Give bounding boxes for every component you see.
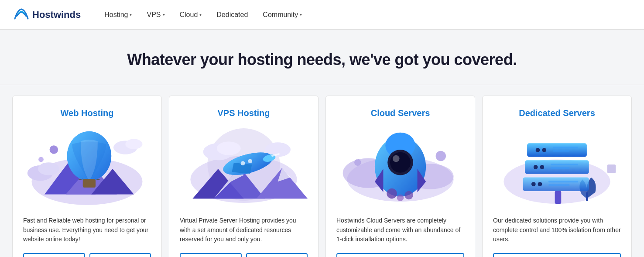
svg-point-13 <box>50 145 58 154</box>
logo[interactable]: Hostwinds <box>13 7 81 23</box>
linux-vps-button[interactable]: Linux VPS <box>246 253 308 257</box>
cards-section: Web Hosting <box>0 85 644 257</box>
chevron-down-icon: ▾ <box>199 12 202 17</box>
card-title-dedicated-servers: Dedicated Servers <box>493 108 621 118</box>
card-title-cloud-servers: Cloud Servers <box>336 108 464 118</box>
svg-point-63 <box>538 182 542 186</box>
nav-community[interactable]: Community ▾ <box>257 7 308 22</box>
card-image-web-hosting <box>23 125 151 208</box>
svg-point-57 <box>534 165 538 169</box>
windows-vps-button[interactable]: Windows VPS <box>180 253 242 257</box>
card-image-vps-hosting <box>180 125 308 208</box>
card-desc-web-hosting: Fast and Reliable web hosting for person… <box>23 216 151 244</box>
card-desc-vps-hosting: Virtual Private Server Hosting provides … <box>180 216 308 244</box>
svg-rect-60 <box>551 167 570 169</box>
chevron-down-icon: ▾ <box>300 12 302 17</box>
svg-point-52 <box>536 148 540 152</box>
card-title-vps-hosting: VPS Hosting <box>180 108 308 118</box>
svg-point-35 <box>436 151 446 161</box>
hero-section: Whatever your hosting needs, we've got y… <box>0 30 644 85</box>
svg-point-12 <box>125 139 142 149</box>
svg-point-29 <box>248 159 252 163</box>
card-web-hosting: Web Hosting <box>12 96 162 257</box>
svg-rect-54 <box>553 147 579 148</box>
shared-hosting-button[interactable]: Shared Hosting <box>23 253 85 257</box>
logo-text: Hostwinds <box>32 9 81 21</box>
chevron-down-icon: ▾ <box>130 12 132 17</box>
nav-menu: Hosting ▾ VPS ▾ Cloud ▾ Dedicated Commun… <box>98 7 308 22</box>
svg-rect-50 <box>586 192 588 201</box>
svg-point-45 <box>404 191 413 200</box>
svg-point-2 <box>38 162 59 175</box>
svg-point-30 <box>241 161 245 165</box>
svg-rect-65 <box>548 184 570 186</box>
nav-dedicated[interactable]: Dedicated <box>210 7 254 22</box>
card-dedicated-servers: Dedicated Servers <box>482 96 632 257</box>
svg-point-40 <box>390 152 411 173</box>
chevron-down-icon: ▾ <box>163 12 165 17</box>
navbar: Hostwinds Hosting ▾ VPS ▾ Cloud ▾ Dedica… <box>0 0 644 30</box>
svg-rect-55 <box>553 150 570 152</box>
nav-vps[interactable]: VPS ▾ <box>140 7 171 22</box>
svg-point-58 <box>540 165 544 169</box>
svg-rect-64 <box>548 181 578 182</box>
cards-grid: Web Hosting <box>12 96 632 257</box>
svg-rect-66 <box>555 191 562 204</box>
svg-point-53 <box>542 148 546 152</box>
hero-headline: Whatever your hosting needs, we've got y… <box>9 51 635 69</box>
svg-point-36 <box>354 159 361 166</box>
svg-rect-8 <box>83 179 96 188</box>
card-vps-hosting: VPS Hosting <box>169 96 319 257</box>
card-desc-dedicated-servers: Our dedicated solutions provide you with… <box>493 216 621 244</box>
card-desc-cloud-servers: Hostwinds Cloud Servers are completely c… <box>336 216 464 244</box>
nav-cloud[interactable]: Cloud ▾ <box>174 7 208 22</box>
svg-point-44 <box>387 188 397 199</box>
card-image-dedicated-servers <box>493 125 621 208</box>
card-title-web-hosting: Web Hosting <box>23 108 151 118</box>
cloud-servers-button[interactable]: Cloud Servers <box>336 253 464 257</box>
card-buttons-cloud-servers: Cloud Servers <box>336 253 464 257</box>
card-cloud-servers: Cloud Servers <box>325 96 475 257</box>
dedicated-servers-button[interactable]: Dedicated Servers <box>493 253 621 257</box>
card-buttons-dedicated-servers: Dedicated Servers <box>493 253 621 257</box>
svg-point-14 <box>38 157 44 162</box>
card-buttons-vps-hosting: Windows VPS Linux VPS <box>180 253 308 257</box>
svg-point-62 <box>531 182 536 186</box>
card-buttons-web-hosting: Shared Hosting Business Hosting <box>23 253 151 257</box>
svg-rect-49 <box>607 164 616 173</box>
svg-point-46 <box>397 194 404 201</box>
svg-rect-59 <box>551 164 578 165</box>
svg-point-23 <box>217 141 241 155</box>
business-hosting-button[interactable]: Business Hosting <box>89 253 151 257</box>
card-image-cloud-servers <box>336 125 464 208</box>
svg-point-41 <box>393 155 400 162</box>
nav-hosting[interactable]: Hosting ▾ <box>98 7 138 22</box>
